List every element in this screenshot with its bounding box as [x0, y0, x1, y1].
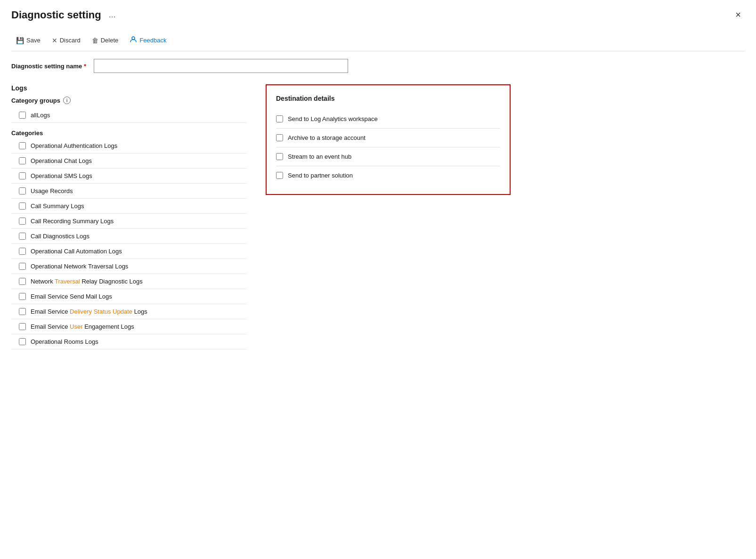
partner-label[interactable]: Send to partner solution	[288, 172, 353, 179]
category-groups-list: allLogs	[11, 108, 247, 123]
op-sms-label[interactable]: Operational SMS Logs	[31, 172, 92, 179]
category-op-net-trav: Operational Network Traversal Logs	[11, 259, 247, 274]
category-usage: Usage Records	[11, 184, 247, 199]
setting-name-label: Diagnostic setting name *	[11, 63, 86, 70]
destination-partner: Send to partner solution	[276, 166, 500, 185]
logs-title: Logs	[11, 84, 247, 92]
call-summary-label[interactable]: Call Summary Logs	[31, 203, 84, 210]
category-email-user: Email Service User Engagement Logs	[11, 319, 247, 334]
op-chat-label[interactable]: Operational Chat Logs	[31, 157, 92, 164]
op-sms-checkbox[interactable]	[19, 172, 26, 179]
feedback-icon	[130, 36, 137, 45]
category-op-auth: Operational Authentication Logs	[11, 138, 247, 154]
destination-title: Destination details	[276, 95, 500, 102]
highlight-user: User	[70, 323, 82, 330]
log-analytics-label[interactable]: Send to Log Analytics workspace	[288, 115, 378, 122]
call-recording-label[interactable]: Call Recording Summary Logs	[31, 218, 114, 225]
logs-section: Logs Category groups i allLogs Categorie…	[11, 84, 247, 349]
call-diag-label[interactable]: Call Diagnostics Logs	[31, 233, 89, 240]
call-diag-checkbox[interactable]	[19, 233, 26, 240]
category-groups-label: Category groups i	[11, 97, 247, 104]
destination-section: Destination details Send to Log Analytic…	[266, 84, 511, 195]
delete-button[interactable]: 🗑 Delete	[87, 34, 123, 47]
category-call-diag: Call Diagnostics Logs	[11, 229, 247, 244]
net-trav-relay-checkbox[interactable]	[19, 278, 26, 285]
op-net-trav-checkbox[interactable]	[19, 263, 26, 270]
call-recording-checkbox[interactable]	[19, 218, 26, 225]
usage-label[interactable]: Usage Records	[31, 187, 73, 194]
page-title: Diagnostic setting	[11, 9, 101, 21]
email-send-label[interactable]: Email Service Send Mail Logs	[31, 293, 112, 300]
allLogs-label[interactable]: allLogs	[31, 112, 50, 119]
discard-icon: ✕	[52, 37, 57, 44]
event-hub-checkbox[interactable]	[276, 153, 283, 160]
category-email-send: Email Service Send Mail Logs	[11, 289, 247, 304]
storage-checkbox[interactable]	[276, 134, 283, 141]
log-analytics-checkbox[interactable]	[276, 115, 283, 122]
svg-point-0	[132, 37, 135, 40]
op-auth-checkbox[interactable]	[19, 142, 26, 149]
discard-button[interactable]: ✕ Discard	[47, 34, 85, 47]
delete-icon: 🗑	[92, 37, 98, 44]
categories-list: Operational Authentication Logs Operatio…	[11, 138, 247, 349]
category-group-allLogs: allLogs	[11, 108, 247, 123]
save-button[interactable]: 💾 Save	[11, 34, 45, 47]
feedback-button[interactable]: Feedback	[125, 33, 171, 47]
category-op-call-auto: Operational Call Automation Logs	[11, 244, 247, 259]
toolbar: 💾 Save ✕ Discard 🗑 Delete Feedback	[11, 30, 745, 51]
highlight-traversal: Traversal	[55, 278, 80, 285]
op-call-auto-label[interactable]: Operational Call Automation Logs	[31, 248, 122, 255]
op-auth-label[interactable]: Operational Authentication Logs	[31, 142, 117, 149]
email-user-checkbox[interactable]	[19, 323, 26, 330]
category-op-rooms: Operational Rooms Logs	[11, 334, 247, 349]
email-user-label[interactable]: Email Service User Engagement Logs	[31, 323, 134, 330]
op-call-auto-checkbox[interactable]	[19, 248, 26, 255]
op-net-trav-label[interactable]: Operational Network Traversal Logs	[31, 263, 128, 270]
category-call-summary: Call Summary Logs	[11, 199, 247, 214]
category-email-delivery: Email Service Delivery Status Update Log…	[11, 304, 247, 319]
categories-title: Categories	[11, 130, 247, 137]
partner-checkbox[interactable]	[276, 172, 283, 179]
op-rooms-checkbox[interactable]	[19, 338, 26, 345]
storage-label[interactable]: Archive to a storage account	[288, 134, 366, 141]
destination-storage: Archive to a storage account	[276, 129, 500, 147]
event-hub-label[interactable]: Stream to an event hub	[288, 153, 351, 160]
highlight-delivery: Delivery Status Update	[70, 308, 132, 315]
net-trav-relay-label[interactable]: Network Traversal Relay Diagnostic Logs	[31, 278, 143, 285]
setting-name-row: Diagnostic setting name *	[11, 59, 745, 73]
op-chat-checkbox[interactable]	[19, 157, 26, 164]
email-send-checkbox[interactable]	[19, 293, 26, 300]
info-icon[interactable]: i	[63, 97, 71, 104]
category-net-trav-relay: Network Traversal Relay Diagnostic Logs	[11, 274, 247, 289]
ellipsis-button[interactable]: ...	[106, 9, 119, 21]
usage-checkbox[interactable]	[19, 187, 26, 194]
email-delivery-label[interactable]: Email Service Delivery Status Update Log…	[31, 308, 147, 315]
category-op-chat: Operational Chat Logs	[11, 154, 247, 169]
destination-event-hub: Stream to an event hub	[276, 147, 500, 166]
category-op-sms: Operational SMS Logs	[11, 169, 247, 184]
content-area: Logs Category groups i allLogs Categorie…	[11, 84, 745, 349]
setting-name-input[interactable]	[94, 59, 348, 73]
category-call-recording: Call Recording Summary Logs	[11, 214, 247, 229]
call-summary-checkbox[interactable]	[19, 203, 26, 210]
op-rooms-label[interactable]: Operational Rooms Logs	[31, 338, 98, 345]
destination-log-analytics: Send to Log Analytics workspace	[276, 110, 500, 129]
email-delivery-checkbox[interactable]	[19, 308, 26, 315]
save-icon: 💾	[16, 37, 24, 44]
close-button[interactable]: ×	[732, 8, 745, 22]
allLogs-checkbox[interactable]	[19, 112, 26, 119]
